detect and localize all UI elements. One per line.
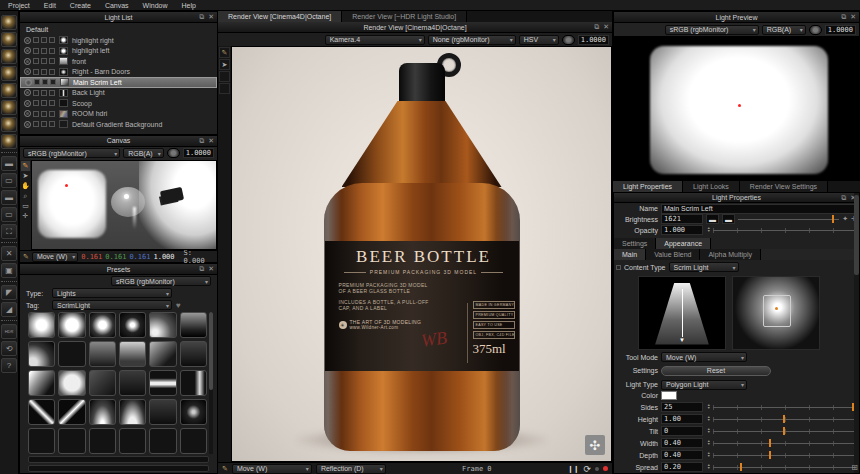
spinner-icon[interactable]: ▲▼ xyxy=(707,404,710,410)
light-option-checkbox[interactable] xyxy=(41,48,47,54)
enable-light-icon[interactable] xyxy=(25,79,32,86)
preset-thumbnail[interactable] xyxy=(149,428,176,454)
pan-tool-icon[interactable]: ✋ xyxy=(21,181,30,191)
flag-camera-icon[interactable]: ▭ xyxy=(1,173,17,188)
preset-tag-dropdown[interactable]: ScrimLight xyxy=(52,300,172,310)
hdri-light-icon[interactable] xyxy=(1,100,17,115)
param-value-field[interactable]: 25 xyxy=(661,402,703,412)
content-type-checkbox[interactable] xyxy=(616,265,621,270)
flag-narrow-icon[interactable]: ▬ xyxy=(1,190,17,205)
selected-light-marker[interactable] xyxy=(65,184,68,187)
enable-light-icon[interactable] xyxy=(24,37,31,44)
tab-light-properties[interactable]: Light Properties xyxy=(613,181,683,192)
close-panel-icon[interactable]: ✕ xyxy=(208,265,214,273)
light-name-field[interactable]: Main Scrim Left xyxy=(661,204,857,214)
float-panel-icon[interactable]: ⧉ xyxy=(199,265,204,273)
tab-alpha-multiply[interactable]: Alpha Multiply xyxy=(700,249,761,260)
light-option-checkbox[interactable] xyxy=(33,100,39,106)
keyframe-icon[interactable]: ✦ xyxy=(842,215,848,223)
spinner-icon[interactable]: ▲▼ xyxy=(707,227,710,233)
canvas-colorspace-dropdown[interactable]: sRGB (rgbMonitor) xyxy=(23,148,120,158)
preset-thumbnail[interactable] xyxy=(28,312,55,338)
hdri-canvas[interactable] xyxy=(31,160,217,250)
record-dot[interactable] xyxy=(603,466,608,471)
rv-colorspace-dropdown[interactable]: None (rgbMonitor) xyxy=(428,35,516,45)
preset-thumbnail[interactable] xyxy=(149,370,176,396)
light-option-checkbox[interactable] xyxy=(41,37,47,43)
lp-colorspace-dropdown[interactable]: sRGB (rgbMonitor) xyxy=(665,25,759,35)
light-option-checkbox[interactable] xyxy=(41,111,47,117)
spinner-icon[interactable]: ▲▼ xyxy=(707,464,710,470)
brightness-inc-button[interactable]: ▬ xyxy=(722,214,735,224)
scrim-shape-preview[interactable] xyxy=(638,276,726,350)
param-value-field[interactable]: 0.20 xyxy=(661,462,703,472)
opacity-slider[interactable] xyxy=(713,226,857,234)
preset-name-field[interactable] xyxy=(28,456,209,463)
enable-light-icon[interactable] xyxy=(24,58,31,65)
preset-thumbnail[interactable] xyxy=(28,341,55,367)
light-option-checkbox[interactable] xyxy=(41,69,47,75)
light-option-checkbox[interactable] xyxy=(49,100,55,106)
preset-thumbnail[interactable] xyxy=(119,399,146,425)
rv-exposure-value[interactable]: 1.0000 xyxy=(578,35,609,45)
preset-thumbnail[interactable] xyxy=(180,312,207,338)
menu-edit[interactable]: Edit xyxy=(44,2,56,9)
spinner-icon[interactable]: ▲▼ xyxy=(707,428,710,434)
beer-bottle[interactable]: BEER BOTTLE PREMIUM PACKAGING 3D MODEL P… xyxy=(324,63,520,457)
flip-horizontal-icon[interactable]: ◤ xyxy=(1,285,17,300)
tab-value-blend[interactable]: Value Blend xyxy=(646,249,700,260)
spinner-icon[interactable]: ▲▼ xyxy=(707,452,710,458)
close-panel-icon[interactable]: ✕ xyxy=(208,137,214,145)
light-option-checkbox[interactable] xyxy=(49,90,55,96)
preset-thumbnail[interactable] xyxy=(28,370,55,396)
preset-thumbnail[interactable] xyxy=(119,370,146,396)
preset-thumbnail[interactable] xyxy=(180,341,207,367)
camera-dropdown[interactable]: Kamera.4 xyxy=(325,35,425,45)
float-panel-icon[interactable]: ⧉ xyxy=(594,23,599,31)
brightness-slider[interactable] xyxy=(738,215,839,223)
preset-thumbnail[interactable] xyxy=(149,312,176,338)
menu-project[interactable]: Project xyxy=(8,2,30,9)
soft-light-icon[interactable] xyxy=(1,32,17,47)
help-icon[interactable]: ? xyxy=(1,358,17,373)
preset-thumbnail[interactable] xyxy=(58,428,85,454)
point-light-icon[interactable] xyxy=(1,66,17,81)
marquee-tool-icon[interactable]: ▭ xyxy=(21,201,30,211)
refresh-icon[interactable]: ⟳ xyxy=(583,464,591,474)
preset-info-field[interactable] xyxy=(28,465,209,472)
light-list-item[interactable]: front xyxy=(20,56,217,67)
param-slider[interactable] xyxy=(713,427,857,435)
preset-thumbnail[interactable] xyxy=(119,341,146,367)
picture-icon[interactable]: ⛶ xyxy=(1,224,17,239)
properties-scrollbar[interactable] xyxy=(854,193,859,473)
brightness-dec-button[interactable]: ▬ xyxy=(706,214,719,224)
lp-exposure-value[interactable]: 1.0000 xyxy=(825,25,856,35)
presets-header[interactable]: Presets ⧉✕ xyxy=(20,264,217,275)
reset-button[interactable]: Reset xyxy=(661,366,771,376)
canvas-toolmode-dropdown[interactable]: Move (W) xyxy=(32,252,78,262)
content-type-dropdown[interactable]: Scrim Light xyxy=(669,262,739,272)
preset-thumbnail[interactable] xyxy=(89,341,116,367)
preset-thumbnail[interactable] xyxy=(119,428,146,454)
preset-thumbnail[interactable] xyxy=(58,312,85,338)
enable-light-icon[interactable] xyxy=(24,89,31,96)
rv-exposure-gear-icon[interactable] xyxy=(562,35,575,45)
light-option-checkbox[interactable] xyxy=(49,111,55,117)
param-value-field[interactable]: 0 xyxy=(661,426,703,436)
scrim-falloff-preview[interactable] xyxy=(732,276,820,350)
light-list-item[interactable]: Back Light xyxy=(20,88,217,99)
preset-thumbnail[interactable] xyxy=(180,399,207,425)
lp-exposure-gear-icon[interactable] xyxy=(809,25,822,35)
tab-appearance[interactable]: Appearance xyxy=(656,238,711,249)
param-slider[interactable] xyxy=(713,415,857,423)
float-panel-icon[interactable]: ⧉ xyxy=(841,194,846,202)
exposure-gear-icon[interactable] xyxy=(167,148,180,158)
param-value-field[interactable]: 1.00 xyxy=(661,414,703,424)
light-properties-header[interactable]: Light Properties ⧉✕ xyxy=(614,193,859,203)
menu-window[interactable]: Window xyxy=(143,2,168,9)
enable-light-icon[interactable] xyxy=(24,47,31,54)
light-list-item[interactable]: ROOM hdri xyxy=(20,109,217,120)
close-panel-icon[interactable]: ✕ xyxy=(850,13,856,21)
light-option-checkbox[interactable] xyxy=(49,69,55,75)
light-option-checkbox[interactable] xyxy=(33,58,39,64)
